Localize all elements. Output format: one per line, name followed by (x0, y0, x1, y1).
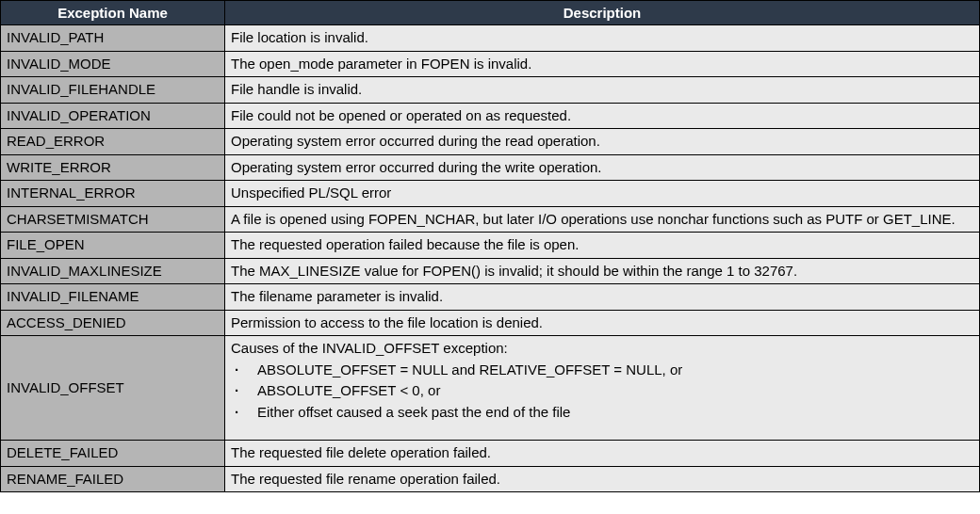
table-row: READ_ERROR Operating system error occurr… (1, 129, 980, 155)
exception-name-cell: CHARSETMISMATCH (1, 206, 225, 233)
description-cell: The requested file delete operation fail… (225, 441, 980, 467)
table-row: INVALID_FILEHANDLE File handle is invali… (1, 77, 980, 104)
description-cell: Permission to access to the file locatio… (225, 310, 980, 336)
table-row: INTERNAL_ERROR Unspecified PL/SQL error (1, 181, 980, 207)
bullet-item: ABSOLUTE_OFFSET < 0, or (231, 380, 973, 402)
exceptions-table: Exception Name Description INVALID_PATH … (0, 0, 980, 492)
description-cell: A file is opened using FOPEN_NCHAR, but … (225, 206, 980, 233)
table-row: INVALID_OFFSET Causes of the INVALID_OFF… (1, 336, 980, 441)
description-cell: Operating system error occurred during t… (225, 129, 980, 155)
exception-name-cell: INVALID_PATH (1, 25, 225, 52)
description-cell: The filename parameter is invalid. (225, 284, 980, 311)
description-cell: Causes of the INVALID_OFFSET exception: … (225, 336, 980, 441)
description-cell: The MAX_LINESIZE value for FOPEN() is in… (225, 258, 980, 284)
table-row: INVALID_MODE The open_mode parameter in … (1, 51, 980, 77)
exception-name-cell: WRITE_ERROR (1, 154, 225, 181)
header-exception-name: Exception Name (1, 1, 225, 25)
exception-name-cell: RENAME_FAILED (1, 466, 225, 492)
exception-name-cell: INTERNAL_ERROR (1, 181, 225, 207)
description-cell: The open_mode parameter in FOPEN is inva… (225, 51, 980, 77)
table-row: FILE_OPEN The requested operation failed… (1, 233, 980, 259)
description-cell: File location is invalid. (225, 25, 980, 52)
description-cell: The requested operation failed because t… (225, 233, 980, 259)
description-cell: Operating system error occurred during t… (225, 154, 980, 181)
table-row: DELETE_FAILED The requested file delete … (1, 441, 980, 467)
exception-name-cell: INVALID_MODE (1, 51, 225, 77)
table-row: INVALID_FILENAME The filename parameter … (1, 284, 980, 311)
description-bullets: ABSOLUTE_OFFSET = NULL and RELATIVE_OFFS… (231, 360, 973, 424)
exception-name-cell: DELETE_FAILED (1, 441, 225, 467)
description-cell: File handle is invalid. (225, 77, 980, 104)
exception-name-cell: FILE_OPEN (1, 233, 225, 259)
description-cell: Unspecified PL/SQL error (225, 181, 980, 207)
exception-name-cell: INVALID_OFFSET (1, 336, 225, 441)
description-lead: Causes of the INVALID_OFFSET exception: (231, 338, 973, 360)
bullet-item: Either offset caused a seek past the end… (231, 402, 973, 424)
exception-name-cell: ACCESS_DENIED (1, 310, 225, 336)
table-row: CHARSETMISMATCH A file is opened using F… (1, 206, 980, 233)
table-header-row: Exception Name Description (1, 1, 980, 25)
table-row: ACCESS_DENIED Permission to access to th… (1, 310, 980, 336)
table-row: WRITE_ERROR Operating system error occur… (1, 154, 980, 181)
exception-name-cell: INVALID_MAXLINESIZE (1, 258, 225, 284)
table-row: INVALID_OPERATION File could not be open… (1, 103, 980, 129)
description-cell: File could not be opened or operated on … (225, 103, 980, 129)
exception-name-cell: INVALID_FILEHANDLE (1, 77, 225, 104)
bullet-item: ABSOLUTE_OFFSET = NULL and RELATIVE_OFFS… (231, 360, 973, 381)
description-cell: The requested file rename operation fail… (225, 466, 980, 492)
table-row: INVALID_PATH File location is invalid. (1, 25, 980, 52)
exception-name-cell: INVALID_OPERATION (1, 103, 225, 129)
table-row: RENAME_FAILED The requested file rename … (1, 466, 980, 492)
header-description: Description (225, 1, 980, 25)
exception-name-cell: READ_ERROR (1, 129, 225, 155)
exception-name-cell: INVALID_FILENAME (1, 284, 225, 311)
table-row: INVALID_MAXLINESIZE The MAX_LINESIZE val… (1, 258, 980, 284)
